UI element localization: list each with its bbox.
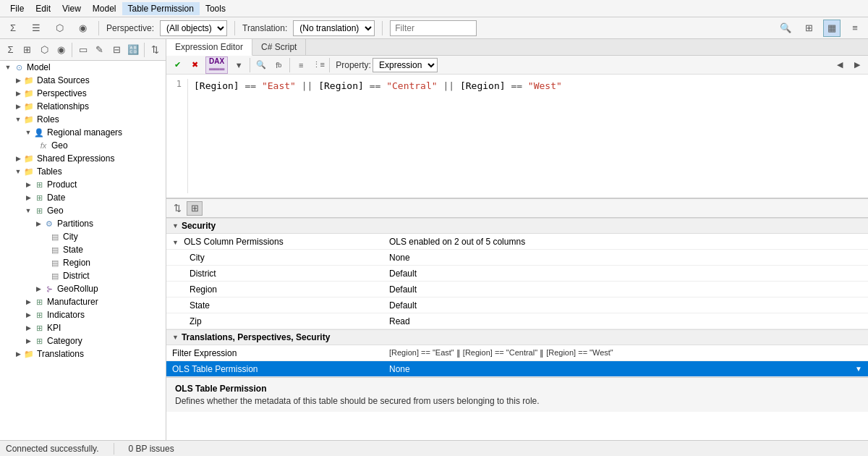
tree-btn-edit[interactable]: ✎ (92, 41, 107, 59)
view-icon3[interactable]: ≡ (846, 20, 864, 37)
tree-btn-net[interactable]: ⬡ (37, 41, 52, 59)
menu-tools[interactable]: Tools (200, 2, 231, 15)
expr-btn-align-left[interactable]: ≡ (293, 58, 309, 72)
toggle-datasources[interactable]: ▶ (13, 77, 23, 84)
tree-item-shared-expressions[interactable]: ▶ 📁 Shared Expressions (0, 152, 166, 165)
tree-btn-sigma[interactable]: Σ (3, 41, 18, 59)
tree-item-model[interactable]: ▼ ⊙ Model (0, 61, 166, 74)
tree-item-partitions[interactable]: ▶ ⚙ Partitions (0, 217, 166, 230)
tree-item-category[interactable]: ▶ ⊞ Category (0, 334, 166, 347)
view-icon1[interactable]: ⊞ (800, 20, 817, 37)
toolbar-icon-circle[interactable]: ◉ (74, 20, 91, 37)
expr-btn-forward[interactable]: ▶ (849, 58, 865, 72)
toggle-manufacturer[interactable]: ▶ (23, 298, 33, 305)
prop-row-zip[interactable]: Zip Read (166, 313, 868, 329)
dropdown-arrow-ols[interactable]: ▼ (855, 365, 862, 373)
expr-content[interactable]: 1 [Region] == "East" || [Region] == "Cen… (166, 75, 868, 198)
menu-model[interactable]: Model (87, 2, 122, 15)
toggle-relationships[interactable]: ▶ (13, 103, 23, 110)
tab-expression-editor[interactable]: Expression Editor (166, 39, 252, 56)
toggle-date[interactable]: ▶ (23, 194, 33, 201)
tree-item-product[interactable]: ▶ ⊞ Product (0, 178, 166, 191)
toggle-regional-managers[interactable]: ▼ (23, 129, 33, 136)
toggle-model[interactable]: ▼ (3, 64, 13, 71)
prop-row-district[interactable]: District Default (166, 266, 868, 282)
prop-row-ols-table-perm[interactable]: OLS Table Permission None ▼ (166, 361, 868, 377)
toggle-shared-expressions[interactable]: ▶ (13, 155, 23, 162)
tree-item-kpi[interactable]: ▶ ⊞ KPI (0, 321, 166, 334)
toggle-kpi[interactable]: ▶ (23, 324, 33, 332)
toggle-geo[interactable]: ▼ (23, 207, 33, 214)
menu-file[interactable]: File (4, 2, 30, 15)
status-separator (114, 443, 114, 455)
toggle-roles[interactable]: ▼ (13, 116, 23, 123)
tree-item-translations[interactable]: ▶ 📁 Translations (0, 347, 166, 360)
code-area[interactable]: [Region] == "East" || [Region] == "Centr… (188, 79, 868, 193)
tab-csharp-script[interactable]: C# Script (252, 39, 306, 55)
tree-item-date[interactable]: ▶ ⊞ Date (0, 191, 166, 204)
perspective-select[interactable]: (All objects) (160, 20, 227, 36)
section-security[interactable]: ▼ Security (166, 218, 868, 234)
property-select[interactable]: Expression (373, 58, 438, 72)
tree-item-geo-func[interactable]: fx Geo (0, 139, 166, 152)
filter-icon[interactable]: 🔍 (777, 20, 794, 37)
token-bracket4: ] (358, 80, 364, 91)
toggle-category[interactable]: ▶ (23, 337, 33, 345)
menu-view[interactable]: View (56, 2, 87, 15)
tree-item-datasources[interactable]: ▶ 📁 Data Sources (0, 74, 166, 87)
tree-item-state[interactable]: ▤ State (0, 243, 166, 256)
toggle-georollup[interactable]: ▶ (33, 285, 43, 292)
expr-btn-x[interactable]: ✖ (187, 58, 203, 72)
tree-btn-cols[interactable]: ⊟ (109, 41, 124, 59)
tree-item-region[interactable]: ▤ Region (0, 256, 166, 269)
tree-item-indicators[interactable]: ▶ ⊞ Indicators (0, 308, 166, 321)
tree-item-regional-managers[interactable]: ▼ 👤 Regional managers (0, 126, 166, 139)
tree-btn-grid[interactable]: ⊞ (20, 41, 35, 59)
tree-item-georollup[interactable]: ▶ ⊱ GeoRollup (0, 282, 166, 295)
tree-panel: Σ ⊞ ⬡ ◉ ▭ ✎ ⊟ 🔠 ⇅ ▼ ⊙ Model ▶ 📁 (0, 39, 166, 440)
menu-edit[interactable]: Edit (30, 2, 56, 15)
prop-row-filter-expr[interactable]: Filter Expression [Region] == "East" ‖ [… (166, 345, 868, 361)
toggle-tables[interactable]: ▼ (13, 168, 23, 175)
filter-input[interactable] (390, 20, 477, 36)
right-panel: Expression Editor C# Script ✔ ✖ DAX═══ ▼… (166, 39, 868, 440)
expr-btn-check[interactable]: ✔ (169, 58, 185, 72)
tree-item-geo[interactable]: ▼ ⊞ Geo (0, 204, 166, 217)
prop-row-region[interactable]: Region Default (166, 282, 868, 297)
props-btn-sort-az[interactable]: ⇅ (169, 201, 185, 216)
toggle-translations[interactable]: ▶ (13, 350, 23, 358)
menu-table-permission[interactable]: Table Permission (122, 2, 200, 15)
tree-item-perspectives[interactable]: ▶ 📁 Perspectives (0, 87, 166, 100)
tree-item-manufacturer[interactable]: ▶ ⊞ Manufacturer (0, 295, 166, 308)
expr-btn-back[interactable]: ◀ (832, 58, 848, 72)
expr-btn-arrow[interactable]: ▼ (231, 58, 247, 72)
tree-btn-dot[interactable]: ◉ (54, 41, 69, 59)
tree-btn-az[interactable]: 🔠 (126, 41, 141, 59)
expr-btn-align2[interactable]: ⋮≡ (310, 58, 326, 72)
tree-item-tables[interactable]: ▼ 📁 Tables (0, 165, 166, 178)
toggle-perspectives[interactable]: ▶ (13, 90, 23, 97)
expr-btn-format[interactable]: fb (271, 58, 286, 72)
props-btn-list[interactable]: ⊞ (187, 201, 203, 216)
tree-btn-sort[interactable]: ⇅ (148, 41, 163, 59)
translation-select[interactable]: (No translation) (293, 20, 375, 36)
prop-row-city[interactable]: City None (166, 250, 868, 266)
tree-item-district[interactable]: ▤ District (0, 269, 166, 282)
sep2 (234, 21, 235, 35)
toggle-product[interactable]: ▶ (23, 181, 33, 188)
toolbar-icon-diagram[interactable]: ⬡ (51, 20, 68, 37)
toolbar-icon-sigma[interactable]: Σ (4, 20, 22, 37)
toggle-indicators[interactable]: ▶ (23, 311, 33, 318)
tree-item-roles[interactable]: ▼ 📁 Roles (0, 113, 166, 126)
prop-row-ols-col-perm[interactable]: ▼ OLS Column Permissions OLS enabled on … (166, 234, 868, 250)
tree-item-relationships[interactable]: ▶ 📁 Relationships (0, 100, 166, 113)
tree-item-city[interactable]: ▤ City (0, 230, 166, 243)
view-icon2[interactable]: ▦ (823, 20, 841, 37)
toolbar-icon-table[interactable]: ☰ (27, 20, 45, 37)
tree-btn-rect[interactable]: ▭ (75, 41, 90, 59)
token-string-west: "West" (528, 80, 562, 91)
expr-btn-search[interactable]: 🔍 (253, 58, 269, 72)
toggle-partitions[interactable]: ▶ (33, 220, 43, 227)
section-trans-persp[interactable]: ▼ Translations, Perspectives, Security (166, 329, 868, 345)
prop-row-state[interactable]: State Default (166, 297, 868, 313)
